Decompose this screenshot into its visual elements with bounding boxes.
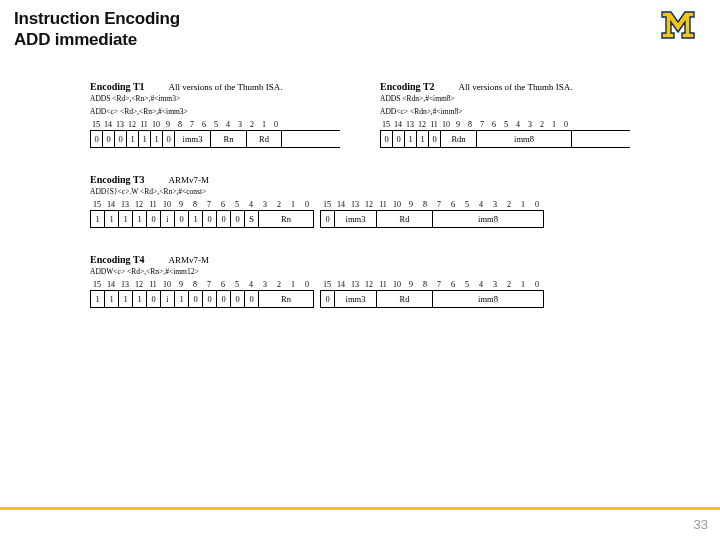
t3-syntax-1: ADD{S}<c>.W <Rd>,<Rn>,#<const> bbox=[90, 187, 550, 196]
encoding-t4: Encoding T4 ARMv7-M ADDW<c> <Rd>,<Rn>,#<… bbox=[90, 254, 550, 308]
t2-bit-numbers: 15 14 13 12 11 10 9 8 7 6 5 4 3 2 1 0 bbox=[380, 120, 630, 129]
t2-name: Encoding T2 bbox=[380, 81, 435, 92]
t3-rn: Rn bbox=[258, 211, 314, 227]
t4-note: ARMv7-M bbox=[169, 255, 210, 265]
t4-rn: Rn bbox=[258, 291, 314, 307]
t4-imm3: imm3 bbox=[334, 291, 376, 307]
t4-fields-hi: 11110 i 100000 Rn bbox=[90, 290, 314, 308]
t3-fields-lo: 0 imm3 Rd imm8 bbox=[320, 210, 544, 228]
t1-rd: Rd bbox=[246, 131, 282, 147]
title-line-1: Instruction Encoding bbox=[14, 8, 180, 29]
page-number: 33 bbox=[694, 517, 708, 532]
t3-name: Encoding T3 bbox=[90, 174, 145, 185]
encoding-t2: Encoding T2 All versions of the Thumb IS… bbox=[380, 81, 630, 148]
t2-rdn: Rdn bbox=[440, 131, 476, 147]
t2-note: All versions of the Thumb ISA. bbox=[459, 82, 573, 92]
t3-bit-numbers: 1514131211109876543210 15141312111098765… bbox=[90, 200, 550, 209]
t1-name: Encoding T1 bbox=[90, 81, 145, 92]
page-title: Instruction Encoding ADD immediate bbox=[14, 8, 180, 51]
encoding-t1: Encoding T1 All versions of the Thumb IS… bbox=[90, 81, 340, 148]
t3-note: ARMv7-M bbox=[169, 175, 210, 185]
title-line-2: ADD immediate bbox=[14, 29, 180, 50]
t4-fields-lo: 0 imm3 Rd imm8 bbox=[320, 290, 544, 308]
t4-imm8: imm8 bbox=[432, 291, 544, 307]
encoding-t3: Encoding T3 ARMv7-M ADD{S}<c>.W <Rd>,<Rn… bbox=[90, 174, 550, 228]
t3-rd: Rd bbox=[376, 211, 432, 227]
t2-syntax-2: ADD<c> <Rdn>,#<imm8> bbox=[380, 107, 630, 116]
footer-accent-bar bbox=[0, 507, 720, 510]
umich-logo-icon bbox=[660, 10, 706, 44]
t4-name: Encoding T4 bbox=[90, 254, 145, 265]
t2-fields: 0 0 1 1 0 Rdn imm8 bbox=[380, 130, 630, 148]
t1-syntax-2: ADD<c> <Rd>,<Rn>,#<imm3> bbox=[90, 107, 340, 116]
t4-rd: Rd bbox=[376, 291, 432, 307]
t3-imm8: imm8 bbox=[432, 211, 544, 227]
t1-rn: Rn bbox=[210, 131, 246, 147]
slide-header: Instruction Encoding ADD immediate bbox=[0, 0, 720, 51]
t4-syntax-1: ADDW<c> <Rd>,<Rn>,#<imm12> bbox=[90, 267, 550, 276]
t1-bit-numbers: 15 14 13 12 11 10 9 8 7 6 5 4 3 2 1 0 bbox=[90, 120, 340, 129]
slide-content: Encoding T1 All versions of the Thumb IS… bbox=[0, 51, 720, 308]
t1-syntax-1: ADDS <Rd>,<Rn>,#<imm3> bbox=[90, 94, 340, 103]
t1-fields: 0 0 0 1 1 1 0 imm3 Rn Rd bbox=[90, 130, 340, 148]
t1-note: All versions of the Thumb ISA. bbox=[169, 82, 283, 92]
t3-imm3: imm3 bbox=[334, 211, 376, 227]
t2-syntax-1: ADDS <Rdn>,#<imm8> bbox=[380, 94, 630, 103]
t2-imm8: imm8 bbox=[476, 131, 572, 147]
t4-bit-numbers: 1514131211109876543210 15141312111098765… bbox=[90, 280, 550, 289]
t1-imm3: imm3 bbox=[174, 131, 210, 147]
t3-fields-hi: 11110 i 01000 S Rn bbox=[90, 210, 314, 228]
